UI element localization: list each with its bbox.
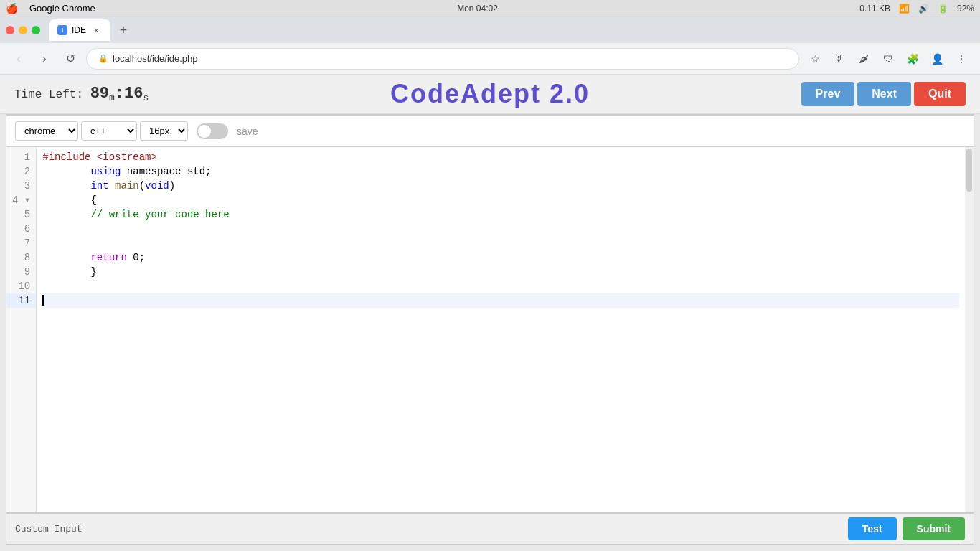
line-num-7: 7 [6,236,36,250]
addressbar: ‹ › ↺ 🔒 localhost/ide/ide.php ☆ 🎙 🌶 🛡 🧩 … [0,43,980,75]
back-button[interactable]: ‹ [9,49,29,69]
submit-button[interactable]: Submit [903,517,965,540]
toggle-switch[interactable] [197,123,228,139]
address-text: localhost/ide/ide.php [113,53,198,64]
timer-s: s [143,93,149,103]
fontsize-select[interactable]: 14px 16px 18px [140,121,188,141]
extension-icon-4[interactable]: 🧩 [903,49,923,69]
code-line-1: #include <iostream> [42,150,959,164]
line-num-11: 11 [6,293,36,308]
code-content[interactable]: #include <iostream> using namespace std;… [37,147,965,512]
menubar-left: 🍎 Google Chrome [6,3,95,14]
line-num-2: 2 [6,164,36,179]
scrollbar-thumb [966,149,972,192]
menubar-app-name[interactable]: Google Chrome [29,3,95,14]
toggle-knob [198,125,211,138]
code-line-4: { [42,193,959,207]
profile-icon[interactable]: 👤 [927,49,947,69]
code-line-8: return 0; [42,250,959,265]
line-num-1: 1 [6,150,36,164]
lock-icon: 🔒 [98,54,108,63]
tab-favicon: I [57,25,67,35]
bookmark-icon[interactable]: ☆ [805,49,825,69]
code-line-11 [42,293,959,308]
next-button[interactable]: Next [857,82,911,106]
timer-colon: : [115,85,124,103]
save-label[interactable]: save [237,126,258,137]
menubar: 🍎 Google Chrome Mon 04:02 0.11 KB 📶 🔊 🔋 … [0,0,980,17]
menu-icon[interactable]: ⋮ [951,49,971,69]
extension-icon-3[interactable]: 🛡 [878,49,898,69]
code-line-6 [42,222,959,236]
menubar-right: 0.11 KB 📶 🔊 🔋 92% [859,4,974,14]
timer-label: Time Left: [14,88,83,101]
close-window-button[interactable] [6,26,14,34]
extension-icon-2[interactable]: 🌶 [854,49,874,69]
forward-button[interactable]: › [34,49,55,69]
active-tab[interactable]: I IDE ✕ [49,19,110,41]
line-num-8: 8 [6,250,36,265]
volume-icon: 🔊 [918,4,929,14]
line-numbers: 1 2 3 4 ▾ 5 6 7 8 9 10 11 [6,147,37,512]
timer-section: Time Left: 89m:16s [14,85,253,103]
code-line-10 [42,279,959,293]
wifi-icon: 📶 [899,4,910,14]
line-num-6: 6 [6,222,36,236]
code-line-9: } [42,265,959,279]
timer-seconds: 16 [124,85,143,103]
battery-label: 92% [957,4,974,14]
browser-toolbar-icons: ☆ 🎙 🌶 🛡 🧩 👤 ⋮ [805,49,971,69]
line-num-9: 9 [6,265,36,279]
line-num-5: 5 [6,207,36,222]
language-select[interactable]: c++ java python [81,121,137,141]
prev-button[interactable]: Prev [801,82,855,106]
line-num-4: 4 ▾ [6,193,36,207]
code-line-2: using namespace std; [42,164,959,179]
code-editor[interactable]: 1 2 3 4 ▾ 5 6 7 8 9 10 11 #include <iost… [6,147,974,513]
battery-icon: 🔋 [938,4,948,14]
timer-minutes: 89 [90,85,109,103]
bottom-bar: Custom Input Test Submit [6,513,974,545]
extension-icon-1[interactable]: 🎙 [829,49,849,69]
menubar-center: Mon 04:02 [95,4,859,14]
scrollbar[interactable] [965,147,974,512]
tab-close-button[interactable]: ✕ [90,24,102,36]
minimize-window-button[interactable] [19,26,27,34]
bottom-buttons: Test Submit [848,517,965,540]
quit-button[interactable]: Quit [914,82,966,106]
address-bar[interactable]: 🔒 localhost/ide/ide.php [86,48,799,70]
app-header: Time Left: 89m:16s CodeAdept 2.0 Prev Ne… [0,75,980,114]
new-tab-button[interactable]: + [113,20,133,40]
maximize-window-button[interactable] [32,26,40,34]
traffic-lights [6,26,40,34]
network-label: 0.11 KB [859,4,890,14]
tab-bar: I IDE ✕ + [49,19,133,41]
line-num-3: 3 [6,179,36,193]
test-button[interactable]: Test [848,517,897,540]
title-section: CodeAdept 2.0 [253,79,728,109]
reload-button[interactable]: ↺ [60,49,80,69]
custom-input-label: Custom Input [15,524,848,534]
chrome-titlebar: I IDE ✕ + [0,17,980,43]
app-title: CodeAdept 2.0 [390,79,590,108]
theme-select[interactable]: chrome monokai eclipse [15,121,78,141]
timer-m: m [109,93,115,103]
code-line-7 [42,236,959,250]
code-line-3: int main(void) [42,179,959,193]
tab-label: IDE [72,25,86,35]
code-line-5: // write your code here [42,207,959,222]
apple-icon[interactable]: 🍎 [6,3,18,14]
line-num-10: 10 [6,279,36,293]
nav-buttons: Prev Next Quit [728,82,966,106]
editor-toolbar: chrome monokai eclipse c++ java python 1… [6,114,974,147]
menubar-time: Mon 04:02 [457,4,498,14]
